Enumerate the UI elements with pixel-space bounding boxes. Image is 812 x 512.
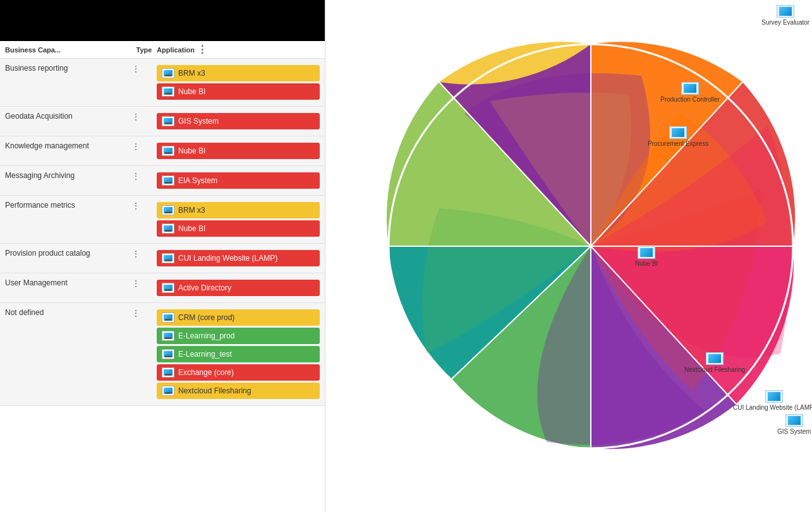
app-name: EIA System [178,176,217,185]
label-procurement-express: Procurement Express [648,126,708,147]
app-item[interactable]: GIS System [157,113,320,129]
app-icon [162,146,174,156]
survey-evaluator-icon [777,5,794,18]
black-header [0,0,325,41]
capability-row: Performance metrics⋮BRM x3Nube BI [0,196,325,244]
capability-name: Messaging Archiving [5,170,131,180]
capability-name: Provision product catalog [5,247,131,258]
app-icon [162,223,174,234]
capability-row: Business reporting⋮BRM x3Nube BI [0,59,325,107]
capability-header: Performance metrics⋮BRM x3Nube BI [0,196,325,243]
app-icon [162,253,174,263]
app-icon [162,176,174,186]
app-name: Nextcloud Filesharing [178,386,251,395]
capability-menu-icon[interactable]: ⋮ [131,199,144,211]
app-name: Nube BI [178,146,205,155]
capability-menu-icon[interactable]: ⋮ [131,277,144,289]
cui-landing-icon [765,390,783,403]
app-item[interactable]: Nube BI [157,143,320,159]
capability-row: Geodata Acquisition⋮GIS System [0,107,325,136]
application-col-menu[interactable]: ⋮ [197,44,207,56]
app-icon [162,86,174,97]
app-icon [162,331,174,341]
app-icon [162,313,174,323]
app-item[interactable]: BRM x3 [157,65,320,81]
capability-apps: CUI Landing Website (LAMP) [157,247,320,269]
nextcloud-icon [706,352,724,365]
capability-header: Not defined⋮CRM (core prod)E-Learning_pr… [0,303,325,405]
app-icon [162,283,174,293]
procurement-express-icon [669,126,687,139]
col-type-header: Type [131,46,157,54]
right-panel: Survey Evaluator Active Directory Produc… [325,0,812,512]
capability-name: Business reporting [5,63,131,73]
capability-row: Messaging Archiving⋮EIA System [0,166,325,196]
app-item[interactable]: BRM x3 [157,202,320,218]
capability-name: Not defined [5,307,131,317]
capabilities-container: Business reporting⋮BRM x3Nube BIGeodata … [0,59,325,406]
production-controller-icon [681,82,699,95]
app-name: CUI Landing Website (LAMP) [178,254,277,263]
app-item[interactable]: CUI Landing Website (LAMP) [157,250,320,266]
app-name: BRM x3 [178,206,205,215]
app-name: BRM x3 [178,69,205,78]
capability-header: Messaging Archiving⋮EIA System [0,166,325,195]
capability-name: Geodata Acquisition [5,110,131,121]
col-capability-header: Business Capa... [5,46,131,54]
app-icon [162,68,174,78]
capability-menu-icon[interactable]: ⋮ [131,170,144,181]
capability-name: User Management [5,277,131,287]
label-survey-evaluator: Survey Evaluator [761,5,809,26]
capability-menu-icon[interactable]: ⋮ [131,140,144,152]
capability-row: Not defined⋮CRM (core prod)E-Learning_pr… [0,303,325,406]
capability-header: Geodata Acquisition⋮GIS System [0,107,325,136]
table-header: Business Capa... Type Application ⋮ [0,41,325,59]
capability-apps: EIA System [157,170,320,191]
app-item[interactable]: Nube BI [157,220,320,237]
app-icon [162,386,174,396]
label-nextcloud-filesharing: Nextcloud Filesharing [684,352,745,373]
capability-menu-icon[interactable]: ⋮ [131,247,144,259]
capability-header: Knowledge management⋮Nube BI [0,136,325,165]
app-icon [162,116,174,126]
col-application-header: Application ⋮ [157,44,320,56]
app-item[interactable]: Nextcloud Filesharing [157,383,320,399]
capability-apps: GIS System [157,110,320,132]
app-name: Nube BI [178,87,205,96]
app-name: E-Learning_prod [178,331,234,340]
label-cui-landing: CUI Landing Website (LAMP) [733,390,812,411]
app-icon [162,205,174,215]
capability-apps: BRM x3Nube BI [157,199,320,239]
app-name: CRM (core prod) [178,313,234,322]
capability-menu-icon[interactable]: ⋮ [131,307,144,318]
app-name: GIS System [178,117,219,126]
app-icon [162,349,174,359]
app-item[interactable]: EIA System [157,172,320,189]
capability-apps: CRM (core prod)E-Learning_prodE-Learning… [157,307,320,402]
gis-system-icon [785,414,803,427]
capability-row: User Management⋮Active Directory [0,273,325,303]
capability-apps: BRM x3Nube BI [157,63,320,102]
app-item[interactable]: Nube BI [157,83,320,100]
capability-row: Knowledge management⋮Nube BI [0,136,325,166]
capability-apps: Active Directory [157,277,320,299]
app-icon [162,367,174,378]
capability-menu-icon[interactable]: ⋮ [131,63,144,74]
capability-apps: Nube BI [157,140,320,162]
left-panel: Business Capa... Type Application ⋮ Busi… [0,0,325,512]
main-container: Business Capa... Type Application ⋮ Busi… [0,0,812,512]
label-nube-bi: Nube BI [635,246,658,267]
app-item[interactable]: E-Learning_test [157,346,320,362]
capability-header: Provision product catalog⋮CUI Landing We… [0,244,325,273]
label-gis-system: GIS System [777,414,811,435]
chart-container: Survey Evaluator Active Directory Produc… [325,0,812,512]
app-item[interactable]: Active Directory [157,280,320,296]
app-name: E-Learning_test [178,350,232,359]
app-item[interactable]: Exchange (core) [157,364,320,381]
app-item[interactable]: E-Learning_prod [157,328,320,344]
app-name: Nube BI [178,224,205,233]
app-name: Exchange (core) [178,368,234,377]
capability-menu-icon[interactable]: ⋮ [131,110,144,122]
app-item[interactable]: CRM (core prod) [157,309,320,326]
chord-chart-svg [325,0,812,512]
